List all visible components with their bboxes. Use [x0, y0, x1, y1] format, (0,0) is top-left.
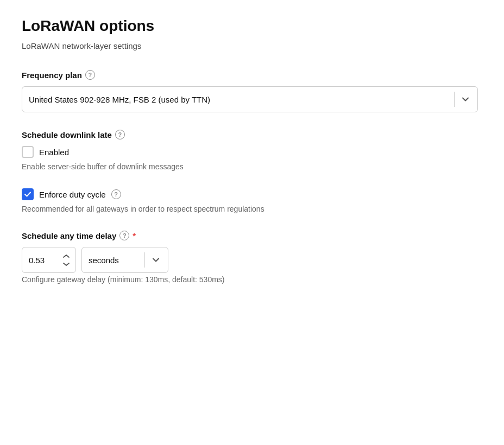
- stepper-up-icon[interactable]: [61, 252, 71, 260]
- frequency-plan-select[interactable]: United States 902-928 MHz, FSB 2 (used b…: [22, 86, 478, 112]
- page-title: LoRaWAN options: [22, 17, 482, 35]
- frequency-plan-chevron-icon[interactable]: [460, 94, 471, 105]
- schedule-downlink-late-checkbox-label: Enabled: [39, 148, 69, 157]
- enforce-duty-cycle-checkbox-row: Enforce duty cycle ?: [22, 188, 482, 200]
- schedule-any-time-delay-label: Schedule any time delay ? *: [22, 231, 482, 240]
- enforce-duty-cycle-help-icon[interactable]: ?: [111, 189, 121, 199]
- schedule-any-time-delay-description: Configure gateway delay (minimum: 130ms,…: [22, 275, 482, 284]
- schedule-downlink-late-help-icon[interactable]: ?: [115, 130, 125, 139]
- enforce-duty-cycle-section: Enforce duty cycle ? Recommended for all…: [22, 188, 482, 213]
- delay-unit-value: seconds: [89, 256, 139, 265]
- delay-unit-select[interactable]: seconds: [81, 247, 168, 273]
- frequency-plan-help-icon[interactable]: ?: [85, 70, 95, 80]
- delay-stepper[interactable]: [61, 252, 71, 268]
- schedule-downlink-late-checkbox-row: Enabled: [22, 146, 482, 158]
- frequency-plan-section: Frequency plan ? United States 902-928 M…: [22, 70, 482, 112]
- page-subtitle: LoRaWAN network-layer settings: [22, 41, 482, 50]
- schedule-downlink-late-description: Enable server-side buffer of downlink me…: [22, 162, 482, 171]
- required-indicator: *: [133, 231, 136, 240]
- schedule-any-time-delay-inputs: seconds: [22, 247, 482, 273]
- frequency-plan-value: United States 902-928 MHz, FSB 2 (used b…: [29, 95, 449, 104]
- enforce-duty-cycle-description: Recommended for all gateways in order to…: [22, 205, 482, 213]
- schedule-downlink-late-checkbox[interactable]: [22, 146, 34, 158]
- delay-number-input[interactable]: [29, 256, 61, 265]
- delay-number-input-wrapper: [22, 247, 76, 273]
- schedule-downlink-late-label: Schedule downlink late ?: [22, 130, 482, 139]
- schedule-any-time-delay-help-icon[interactable]: ?: [119, 231, 129, 240]
- schedule-any-time-delay-section: Schedule any time delay ? * seconds: [22, 231, 482, 284]
- stepper-down-icon[interactable]: [61, 260, 71, 268]
- unit-select-divider: [144, 252, 145, 268]
- schedule-downlink-late-section: Schedule downlink late ? Enabled Enable …: [22, 130, 482, 171]
- enforce-duty-cycle-checkbox[interactable]: [22, 188, 34, 200]
- enforce-duty-cycle-label: Enforce duty cycle: [39, 190, 106, 199]
- frequency-plan-label: Frequency plan ?: [22, 70, 482, 80]
- delay-unit-chevron-icon[interactable]: [150, 255, 161, 265]
- select-divider: [454, 92, 455, 107]
